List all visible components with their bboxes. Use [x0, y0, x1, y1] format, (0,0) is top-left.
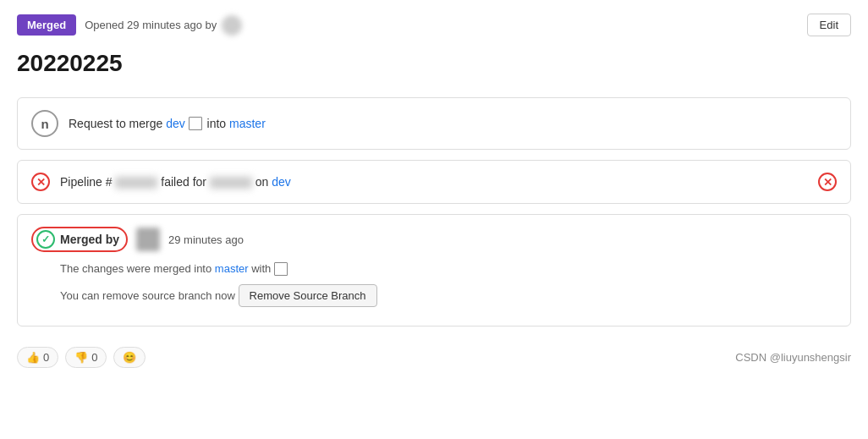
merged-details: The changes were merged into master with… [60, 261, 837, 307]
detail-master-link[interactable]: master [215, 262, 249, 275]
top-bar: Merged Opened 29 minutes ago by Edit [17, 14, 851, 36]
thumbs-down-button[interactable]: 👎 0 [65, 347, 107, 368]
thumbs-down-count: 0 [91, 351, 97, 364]
opened-text: Opened 29 minutes ago by [85, 19, 217, 31]
pipeline-row: ✕ Pipeline # failed for on dev ✕ [18, 161, 850, 203]
remove-branch-info: You can remove source branch now Remove … [60, 284, 837, 307]
merge-text: Request to merge dev into master [69, 117, 266, 130]
pipeline-close-icon[interactable]: ✕ [818, 173, 837, 191]
pipeline-on-text: on [255, 175, 269, 189]
branch-master-label[interactable]: master [229, 117, 266, 130]
mr-title: 20220225 [17, 50, 851, 77]
thumbs-up-count: 0 [43, 351, 49, 364]
detail-text-span: The changes were merged into [60, 262, 212, 275]
pipeline-fail-icon: ✕ [31, 173, 50, 191]
pipeline-number-blurred [115, 177, 157, 189]
request-card-row: n Request to merge dev into master [18, 98, 850, 149]
emoji-button[interactable]: 😊 [113, 347, 146, 368]
merged-by-avatar [136, 228, 160, 251]
pipeline-prefix: Pipeline # [60, 175, 113, 189]
remove-info-text: You can remove source branch now [60, 289, 235, 302]
n-letter: n [41, 117, 48, 131]
check-green-icon: ✓ [36, 230, 55, 249]
merged-by-highlight: ✓ Merged by [31, 227, 128, 252]
author-avatar [222, 15, 242, 36]
copy-icon[interactable] [190, 118, 202, 130]
reactions-bar: 👍 0 👎 0 😊 CSDN @liuyunshengsir [17, 337, 851, 371]
top-bar-meta: Opened 29 minutes ago by [85, 15, 242, 36]
emoji-icon: 😊 [123, 351, 136, 364]
merged-by-card: ✓ Merged by 29 minutes ago The changes w… [17, 214, 851, 327]
merged-badge: Merged [17, 14, 76, 36]
merge-icon-circle: n [31, 110, 58, 137]
watermark-text: CSDN @liuyunshengsir [735, 351, 851, 364]
edit-button[interactable]: Edit [807, 14, 851, 36]
thumbs-up-button[interactable]: 👍 0 [17, 347, 58, 368]
thumbs-down-icon: 👎 [74, 351, 88, 364]
pipeline-text: Pipeline # failed for on dev [60, 175, 291, 189]
thumbs-up-icon: 👍 [26, 351, 40, 364]
merged-by-label: Merged by [60, 233, 119, 246]
request-to-merge-card: n Request to merge dev into master [17, 97, 851, 150]
into-text: into [207, 117, 227, 130]
reactions-left: 👍 0 👎 0 😊 [17, 347, 146, 368]
pipeline-failed-text: failed for [161, 175, 206, 189]
merged-detail-text: The changes were merged into master with [60, 261, 837, 277]
pipeline-card: ✕ Pipeline # failed for on dev ✕ [17, 160, 851, 204]
pipeline-commit-blurred [210, 177, 252, 189]
detail-copy-icon[interactable] [276, 264, 288, 276]
top-bar-left: Merged Opened 29 minutes ago by [17, 14, 242, 36]
merged-top-row: ✓ Merged by 29 minutes ago [31, 227, 837, 252]
request-text: Request to merge [69, 117, 162, 130]
remove-source-branch-button[interactable]: Remove Source Branch [239, 284, 377, 307]
detail-with-span: with [251, 262, 271, 275]
pipeline-left: ✕ Pipeline # failed for on dev [31, 173, 291, 191]
branch-dev-label[interactable]: dev [166, 117, 185, 130]
merged-time: 29 minutes ago [168, 233, 244, 246]
pipeline-branch-dev[interactable]: dev [272, 175, 291, 189]
